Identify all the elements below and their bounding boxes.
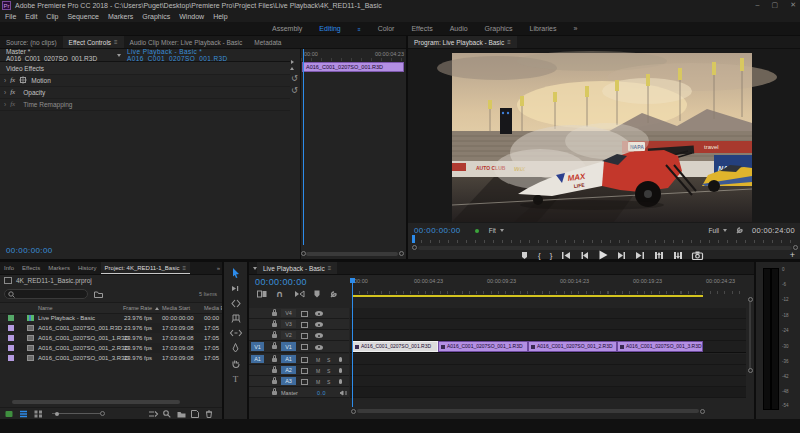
- solo-button[interactable]: S: [327, 357, 330, 363]
- workspace-tab-graphics[interactable]: Graphics: [485, 25, 513, 32]
- project-row-clip[interactable]: A016_C001_0207SO_001.R3D23.976 fps 17:03…: [0, 323, 222, 333]
- button-editor-button[interactable]: +: [790, 250, 795, 260]
- new-bin-button[interactable]: [177, 410, 186, 418]
- track-target-a1[interactable]: A1: [281, 355, 296, 363]
- lock-icon[interactable]: [272, 312, 277, 316]
- mute-button[interactable]: M: [316, 357, 320, 363]
- fx-badge-icon[interactable]: fx: [10, 76, 15, 84]
- track-target-a3[interactable]: A3: [281, 377, 296, 385]
- zoom-slider[interactable]: [52, 413, 104, 414]
- timeline-clip[interactable]: A016_C001_0207SO_001_3.R3D: [617, 341, 703, 352]
- solo-button[interactable]: S: [327, 368, 330, 374]
- sequence-clip-label[interactable]: Live Playback - Basic * A016_C001_0207SO…: [127, 48, 290, 62]
- effect-row-time-remapping[interactable]: › fx Time Remapping: [0, 98, 290, 111]
- voiceover-record-icon[interactable]: [339, 368, 342, 373]
- lock-icon[interactable]: [272, 323, 277, 327]
- lane-v3[interactable]: [350, 319, 746, 330]
- zoom-handle-left[interactable]: [351, 409, 356, 414]
- workspace-tab-libraries[interactable]: Libraries: [530, 25, 557, 32]
- slip-tool[interactable]: [230, 329, 242, 337]
- sync-lock-icon[interactable]: [301, 368, 308, 374]
- track-target-v4[interactable]: V4: [281, 309, 296, 317]
- lane-a1[interactable]: [350, 354, 746, 365]
- track-header-v1[interactable]: V1 V1: [249, 341, 349, 353]
- expand-icon[interactable]: ›: [4, 77, 6, 84]
- sync-lock-icon[interactable]: [301, 379, 308, 385]
- pen-tool[interactable]: [231, 343, 240, 353]
- track-target-v3[interactable]: V3: [281, 320, 296, 328]
- toggle-track-output-icon[interactable]: [315, 322, 323, 327]
- horizontal-scrollbar[interactable]: [306, 252, 398, 256]
- master-level-value[interactable]: 0.0: [317, 390, 326, 396]
- ripple-edit-tool[interactable]: [231, 299, 241, 308]
- lock-icon[interactable]: [272, 358, 277, 362]
- project-row-clip[interactable]: A016_C001_0207SO_001_1.R3D23.976 fps 17:…: [0, 333, 222, 343]
- tab-info[interactable]: Info: [0, 262, 18, 274]
- step-forward-button[interactable]: [617, 251, 626, 260]
- razor-tool[interactable]: [231, 314, 241, 323]
- voiceover-record-icon[interactable]: [339, 357, 342, 362]
- horizontal-scrollbar[interactable]: [12, 400, 180, 404]
- workspace-tab-editing[interactable]: Editing: [319, 25, 340, 32]
- toggle-track-output-icon[interactable]: [315, 311, 323, 316]
- scroll-handle-top[interactable]: [748, 297, 753, 302]
- close-button[interactable]: ✕: [790, 1, 796, 9]
- tab-effects[interactable]: Effects: [18, 262, 44, 274]
- lock-icon[interactable]: [272, 334, 277, 338]
- lane-v1[interactable]: A016_C001_0207SO_001.R3D A016_C001_0207S…: [350, 341, 746, 353]
- lane-v4[interactable]: [350, 308, 746, 319]
- column-media-end[interactable]: Media End: [204, 305, 222, 311]
- tab-audio-clip-mixer[interactable]: Audio Clip Mixer: Live Playback - Basic: [124, 36, 249, 48]
- track-header-v4[interactable]: V4: [249, 308, 349, 319]
- workspace-tab-audio[interactable]: Audio: [450, 25, 468, 32]
- workspace-menu-icon[interactable]: ≡: [358, 26, 361, 32]
- sort-ascending-icon[interactable]: [155, 307, 159, 310]
- chevron-down-icon[interactable]: [500, 229, 504, 232]
- new-item-button[interactable]: [191, 410, 199, 418]
- menu-edit[interactable]: Edit: [25, 13, 37, 20]
- export-frame-button[interactable]: [692, 251, 703, 260]
- track-header-a1[interactable]: A1 A1 M S: [249, 354, 349, 365]
- label-color-chip[interactable]: [8, 355, 14, 361]
- sync-lock-icon[interactable]: [301, 322, 308, 328]
- tab-program-monitor[interactable]: Program: Live Playback - Basic≡: [408, 36, 517, 48]
- reset-motion-icon[interactable]: ↺: [291, 75, 298, 83]
- track-select-forward-tool[interactable]: [231, 284, 241, 293]
- selection-tool[interactable]: [231, 268, 241, 278]
- tab-project[interactable]: Project: 4K_RED11-1_Basic≡: [101, 262, 190, 274]
- label-color-chip[interactable]: [8, 325, 14, 331]
- fx-badge-icon[interactable]: fx: [10, 88, 15, 96]
- program-video-frame[interactable]: NAPA travel AUTO CLUB WIX NAPA: [452, 53, 752, 222]
- lock-icon[interactable]: [272, 369, 277, 373]
- mute-button[interactable]: M: [316, 368, 320, 374]
- search-input[interactable]: [4, 289, 88, 299]
- label-color-chip[interactable]: [8, 315, 14, 321]
- column-name[interactable]: Name: [38, 305, 53, 311]
- tab-metadata[interactable]: Metadata: [248, 36, 287, 48]
- zoom-handle-right[interactable]: [700, 409, 705, 414]
- track-header-v3[interactable]: V3: [249, 319, 349, 330]
- list-view-button[interactable]: [19, 410, 28, 418]
- source-patch-a1[interactable]: A1: [251, 355, 264, 363]
- tab-source-monitor[interactable]: Source: (no clips): [0, 36, 63, 48]
- time-ruler[interactable]: 00:00 00:00:04:23 00:00:09:23 00:00:14:2…: [350, 278, 746, 294]
- program-scrubber[interactable]: [412, 237, 796, 243]
- zoom-level-select[interactable]: Fit: [489, 227, 496, 234]
- step-back-button[interactable]: [580, 251, 589, 260]
- timeline-clip[interactable]: A016_C001_0207SO_001.R3D: [352, 341, 438, 352]
- sync-lock-icon[interactable]: [301, 344, 308, 350]
- hand-tool[interactable]: [231, 359, 241, 368]
- track-target-a2[interactable]: A2: [281, 366, 296, 374]
- zoom-handle-left[interactable]: [301, 251, 306, 256]
- go-to-out-button[interactable]: [635, 251, 645, 260]
- track-target-v1[interactable]: V1: [281, 342, 296, 351]
- timeline-settings-wrench-icon[interactable]: [329, 290, 338, 299]
- menu-window[interactable]: Window: [179, 13, 204, 20]
- reset-opacity-icon[interactable]: ↺: [291, 87, 298, 95]
- settings-wrench-icon[interactable]: [735, 226, 744, 235]
- menu-clip[interactable]: Clip: [46, 13, 58, 20]
- zoom-slider-max[interactable]: [100, 411, 105, 416]
- lift-button[interactable]: [654, 251, 664, 260]
- workspace-overflow-icon[interactable]: »: [573, 25, 577, 32]
- timeline-playhead[interactable]: [352, 278, 353, 407]
